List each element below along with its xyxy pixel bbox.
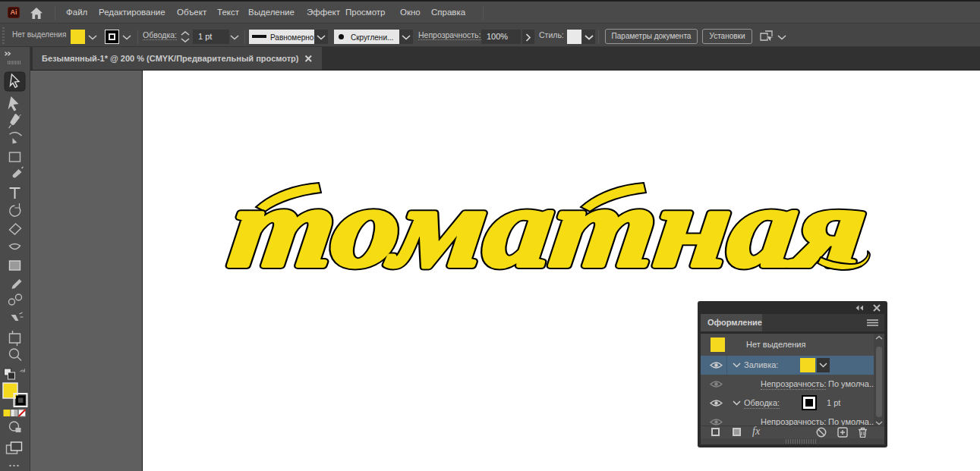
svg-text:томатная: томатная [224, 165, 873, 290]
